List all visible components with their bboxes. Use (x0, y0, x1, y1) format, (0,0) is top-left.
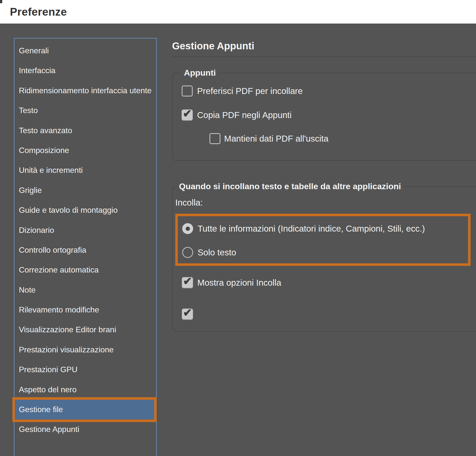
copy-pdf-row[interactable]: Copia PDF negli Appunti (182, 110, 292, 121)
sidebar-item[interactable]: Interfaccia (14, 61, 156, 80)
sidebar-item[interactable]: Visualizzazione Editor brani (14, 320, 156, 339)
paste-groupbox (172, 186, 476, 332)
all-info-radio[interactable] (182, 223, 193, 234)
sidebar-item-label: Dizionario (19, 226, 54, 235)
sidebar-item[interactable]: Rilevamento modifiche (14, 300, 156, 320)
dialog-title-bar: Preferenze (0, 0, 476, 24)
appunti-group-legend: Appunti (180, 67, 219, 78)
sidebar-item[interactable]: Aspetto del nero (14, 380, 156, 399)
keep-pdf-row[interactable]: Mantieni dati PDF all'uscita (209, 133, 328, 144)
copy-pdf-checkbox[interactable] (182, 110, 193, 121)
unlabeled-option-checkbox[interactable] (182, 309, 193, 320)
sidebar-item-label: Unità e incrementi (19, 166, 83, 175)
keep-pdf-label: Mantieni dati PDF all'uscita (224, 134, 328, 144)
sidebar-item-label: Testo (19, 106, 38, 115)
sidebar-item-label: Ridimensionamento interfaccia utente (19, 86, 151, 95)
sidebar-item-label: Prestazioni GPU (19, 365, 78, 374)
sidebar-item-label: Visualizzazione Editor brani (19, 325, 116, 334)
sidebar-item[interactable]: Controllo ortografia (14, 240, 156, 260)
unlabeled-option-row[interactable] (182, 309, 193, 320)
sidebar-item-label: Testo avanzato (19, 126, 72, 135)
text-only-radio-row[interactable]: Solo testo (182, 247, 236, 258)
text-only-radio[interactable] (182, 247, 193, 258)
sidebar-item[interactable]: Unità e incrementi (14, 160, 156, 180)
paste-mode-label: Incolla: (175, 197, 203, 208)
page-title: Gestione Appunti (172, 40, 254, 52)
paste-group-legend: Quando si incollano testo e tabelle da a… (176, 181, 405, 191)
sidebar-item[interactable]: Guide e tavolo di montaggio (14, 200, 156, 220)
sidebar-item-label: Prestazioni visualizzazione (19, 345, 114, 354)
sidebar-item[interactable]: Note (14, 280, 156, 300)
sidebar-item[interactable]: Testo (14, 100, 156, 120)
show-paste-options-label: Mostra opzioni Incolla (197, 278, 281, 288)
text-only-label: Solo testo (198, 247, 236, 257)
sidebar-item[interactable]: Prestazioni GPU (14, 360, 156, 379)
sidebar-item[interactable]: Composizione (14, 140, 156, 160)
sidebar-item[interactable]: Correzione automatica (14, 260, 156, 280)
sidebar-item-label: Griglie (19, 186, 42, 195)
keep-pdf-checkbox[interactable] (209, 133, 220, 144)
window-corner-notch (0, 0, 2, 3)
prefer-pdf-row[interactable]: Preferisci PDF per incollare (182, 86, 303, 96)
sidebar-item-label: Generali (19, 46, 49, 55)
title-divider (171, 57, 476, 57)
sidebar-item-label: Correzione automatica (19, 265, 99, 274)
show-paste-options-checkbox[interactable] (182, 277, 193, 288)
show-paste-options-row[interactable]: Mostra opzioni Incolla (182, 277, 281, 288)
sidebar-item[interactable]: Gestione file (14, 399, 156, 419)
sidebar-item[interactable]: Dizionario (14, 220, 156, 240)
sidebar-item-label: Interfaccia (19, 66, 56, 75)
sidebar-item-label: Controllo ortografia (19, 245, 86, 254)
preferences-category-list: Generali Interfaccia Ridimensionamento i… (14, 38, 157, 456)
prefer-pdf-checkbox[interactable] (182, 86, 193, 96)
sidebar-item-label: Gestione file (19, 405, 63, 414)
preferences-dialog: Preferenze Generali Interfaccia Ridimens… (0, 0, 476, 456)
sidebar-item-label: Composizione (19, 146, 69, 155)
all-info-radio-row[interactable]: Tutte le informazioni (Indicatori indice… (182, 223, 425, 234)
all-info-label: Tutte le informazioni (Indicatori indice… (198, 224, 425, 234)
sidebar-item-label: Aspetto del nero (19, 385, 77, 394)
sidebar-item[interactable]: Griglie (14, 180, 156, 200)
copy-pdf-label: Copia PDF negli Appunti (197, 110, 292, 120)
sidebar-item[interactable]: Ridimensionamento interfaccia utente (14, 81, 156, 100)
sidebar-item[interactable]: Testo avanzato (14, 121, 156, 140)
sidebar-item-label: Note (19, 285, 36, 294)
sidebar-item-label: Rilevamento modifiche (19, 305, 99, 314)
prefer-pdf-label: Preferisci PDF per incollare (197, 86, 303, 96)
sidebar-item-label: Gestione Appunti (19, 425, 79, 434)
sidebar-item-label: Guide e tavolo di montaggio (19, 206, 118, 214)
sidebar-item[interactable]: Gestione Appunti (14, 419, 156, 439)
sidebar-item[interactable]: Generali (14, 41, 156, 61)
dialog-title: Preferenze (10, 0, 67, 24)
sidebar-item[interactable]: Prestazioni visualizzazione (14, 340, 156, 360)
